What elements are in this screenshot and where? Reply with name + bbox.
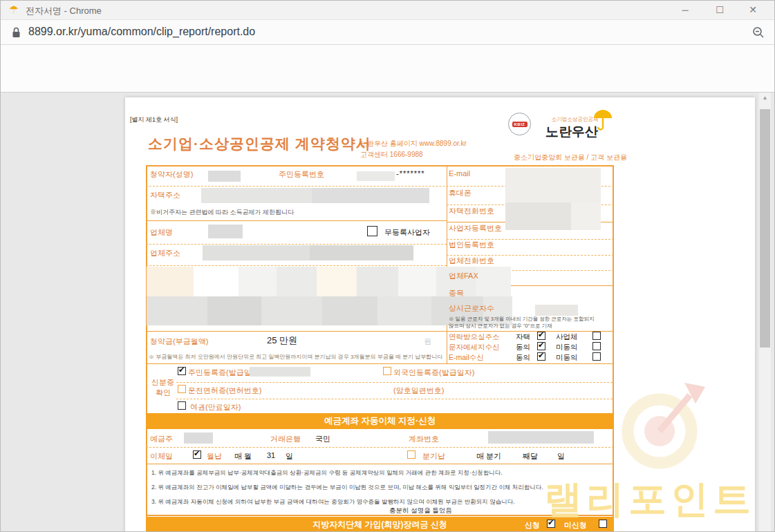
sms-disagree-checkbox[interactable] (592, 342, 601, 350)
resident-id-checkbox[interactable] (178, 367, 186, 375)
nth-month-label: 째달 (523, 451, 538, 462)
company-fax-label: 업체FAX (449, 271, 478, 281)
account-number-label: 계좌번호 (409, 434, 439, 444)
bank-note-1: 1. 위 예금계좌를 공제부금의 납부·공제계약대출금의 상환·공제금의 수령 … (151, 469, 503, 477)
email-agree-checkbox[interactable] (537, 352, 545, 361)
redacted-block (322, 296, 377, 325)
company-name-label: 업체명 (150, 227, 173, 238)
redacted-block (277, 267, 317, 296)
home-address-label: 자택주소 (150, 190, 180, 200)
redacted-home-address-2 (312, 188, 429, 203)
close-button[interactable]: ✕ (737, 1, 769, 19)
employees-note-2: 않으며 상시 근로자가 없는 경우 "0"으로 기재 (449, 323, 552, 330)
redacted-block (194, 267, 239, 296)
unregistered-business-checkbox[interactable] (367, 226, 377, 236)
brand-subtitle: 소기업소상공인공제 (552, 116, 599, 123)
foreign-id-checkbox[interactable] (383, 367, 391, 375)
email-label: E-mail (449, 169, 470, 178)
every-month-label: 매 월 (234, 451, 252, 462)
zoom-out-search-icon[interactable] (752, 26, 765, 41)
id-check-label-2: 확인 (156, 388, 171, 398)
email-disagree-checkbox[interactable] (592, 352, 601, 361)
bank-value: 국민 (315, 434, 330, 444)
contact-home-checkbox[interactable] (537, 332, 545, 340)
transfer-day-label: 이체일 (150, 451, 173, 462)
homepage-text: 노란우산 홈페이지 www.8899.or.kr (360, 139, 467, 149)
redacted-id-issue-date (250, 367, 310, 377)
id-check-label-1: 신분증 (151, 377, 174, 388)
corporate-reg-label: 법인등록번호 (449, 240, 494, 250)
nonresident-note: ※비거주자는 관련법에 따라 소득공제가 제한됩니다 (150, 208, 294, 217)
sms-agree-label: 동의 (516, 343, 530, 352)
redacted-block (239, 267, 277, 296)
account-holder-label: 예금주 (150, 434, 173, 444)
address-bar[interactable]: 8899.or.kr/yuma/common/clip_report/repor… (1, 20, 774, 45)
dart-target-watermark-icon (618, 381, 709, 474)
business-reg-label: 사업자등록번호 (449, 223, 502, 234)
redacted-account-number (488, 431, 594, 444)
document-viewer: [별지 제1호 서식] 소기업·소상공인공제 계약청약서 노란우산 홈페이지 w… (1, 93, 775, 532)
applicant-name-label: 청약자(성명) (150, 169, 193, 180)
bank-note-2: 2. 위 예금계좌의 잔고가 이체일에 납부할 금액에 미달하는 경우에는 부금… (151, 484, 543, 492)
yellow-umbrella-icon (592, 107, 613, 135)
driver-serial-label: (암호일련번호) (393, 386, 444, 396)
driver-license-checkbox[interactable] (178, 385, 186, 393)
localgov-title: 지방자치단체 가입(희망)장려금 신청 (312, 519, 447, 531)
foreign-id-label: 외국인등록증(발급일자) (393, 368, 474, 378)
monthly-payment-checkbox[interactable] (193, 450, 201, 459)
lock-icon (12, 27, 21, 41)
monthly-label: 월납 (207, 451, 222, 462)
bank-label: 거래은행 (270, 434, 301, 444)
redacted-block (147, 267, 194, 296)
brand-logo-text: 노란우산 (545, 123, 598, 141)
scrollbar-up-arrow[interactable]: ▲ (759, 93, 771, 104)
passport-label: 여권(만료일자) (190, 402, 241, 412)
sector-label: 종목 (449, 288, 464, 298)
sms-agree-checkbox[interactable] (537, 342, 545, 350)
unregistered-business-label: 무등록사업자 (384, 227, 430, 238)
employees-label: 상시근로자수 (449, 303, 494, 314)
window-title: 전자서명 - Chrome (26, 5, 102, 17)
sms-consent-label: 문자메세지수신 (449, 343, 500, 352)
scrollbar[interactable]: ▲ (759, 93, 771, 532)
redacted-block (207, 296, 261, 325)
watermark-text: 랠리포인트 (544, 474, 755, 525)
redacted-home-address (201, 188, 312, 203)
column-divider (447, 165, 447, 363)
contact-business-checkbox[interactable] (592, 332, 601, 340)
quarterly-payment-checkbox[interactable] (407, 450, 415, 459)
day-unit-2-label: 일 (557, 451, 565, 462)
redacted-rrn (357, 171, 395, 181)
contact-home-label: 자택 (516, 332, 530, 342)
email-disagree-label: 미동의 (556, 353, 578, 363)
redacted-employees-value (535, 305, 578, 316)
premium-note: ※ 부금월액은 최저 오만원에서 만원단위로 최고 일백만원까지이며 분기납의 … (149, 353, 442, 361)
mobile-label: 휴대폰 (449, 188, 471, 198)
company-phone-label: 업체전화번호 (449, 256, 494, 266)
email-consent-label: E-mail수신 (449, 353, 484, 363)
redacted-block (317, 267, 357, 296)
redacted-contact-values-2 (505, 202, 571, 230)
company-address-label: 업체주소 (150, 248, 180, 258)
apply-label: 신청 (525, 520, 540, 531)
driver-license-label: 운전면허증(면허번호) (188, 386, 261, 396)
contact-business-label: 사업체 (556, 332, 578, 342)
redacted-account-holder (184, 433, 213, 444)
bank-note-3: 3. 위 예금계좌 자동이체 신청에 의하여 납부한 부금 금액에 대하여는 중… (151, 498, 515, 506)
form-code: [별지 제1호 서식] (130, 115, 178, 124)
window-titlebar: ☂ 전자서명 - Chrome ─ ☐ ✕ (1, 1, 774, 20)
redacted-company-address-2 (310, 245, 413, 260)
redacted-contact-values (505, 168, 601, 202)
redacted-block (398, 267, 436, 296)
browser-window: ☂ 전자서명 - Chrome ─ ☐ ✕ 8899.or.kr/yuma/co… (0, 0, 775, 532)
rrn-masked-text: -******* (396, 169, 425, 178)
premium-unit: 원 (424, 336, 431, 347)
url-text: 8899.or.kr/yuma/common/clip_report/repor… (28, 26, 255, 38)
minimize-button[interactable]: ─ (669, 1, 701, 19)
maximize-button[interactable]: ☐ (704, 1, 736, 19)
passport-checkbox[interactable] (178, 401, 186, 410)
viewer-toolbar: 1 / 7 100% 전자서명 진행 후 신청이 완료됩니다. 전자서명 (1, 45, 774, 93)
home-phone-label: 자택전화번호 (449, 206, 494, 216)
every-quarter-label: 매 분기 (476, 451, 501, 462)
scrollbar-thumb[interactable] (760, 109, 770, 348)
